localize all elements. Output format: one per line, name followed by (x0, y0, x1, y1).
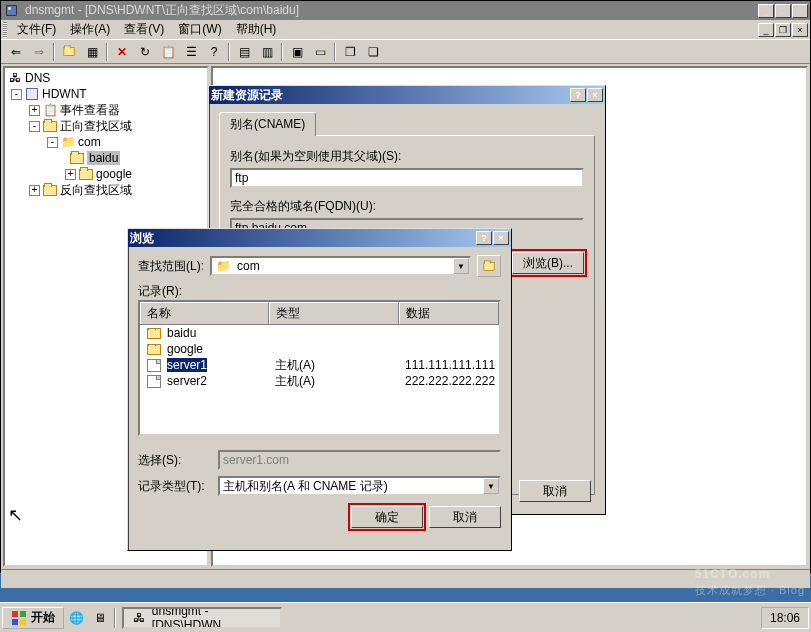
taskbar-task-dnsmgmt[interactable]: 🖧 dnsmgmt - [DNS\HDWN... (122, 607, 282, 629)
cancel-button[interactable]: 取消 (429, 506, 501, 528)
help-button[interactable]: ? (203, 41, 225, 63)
row-name: google (167, 342, 203, 356)
statusbar (1, 569, 810, 588)
select-input (218, 450, 501, 470)
close-button[interactable]: × (792, 4, 808, 18)
minimize-button[interactable]: _ (758, 4, 774, 18)
browse-help-button[interactable]: ? (476, 231, 492, 245)
tree-root[interactable]: DNS (25, 71, 50, 85)
col-name[interactable]: 名称 (140, 302, 269, 324)
child-minimize-button[interactable]: _ (758, 23, 774, 37)
list-item[interactable]: baidu (140, 325, 499, 341)
menu-action[interactable]: 操作(A) (64, 20, 116, 39)
eventlog-icon: 📋 (42, 103, 58, 117)
newrr-cancel-button[interactable]: 取消 (519, 480, 591, 502)
ok-button[interactable]: 确定 (351, 506, 423, 528)
svg-rect-2 (12, 611, 18, 617)
browse-title: 浏览 (130, 230, 154, 247)
menu-view[interactable]: 查看(V) (118, 20, 170, 39)
browse-close-button[interactable]: × (493, 231, 509, 245)
tree-collapse[interactable]: - (11, 89, 22, 100)
tree-collapse[interactable]: - (47, 137, 58, 148)
filter-button[interactable]: ▤ (233, 41, 255, 63)
chevron-down-icon[interactable]: ▼ (453, 258, 469, 274)
tree-com[interactable]: com (78, 135, 101, 149)
props-button[interactable]: ☰ (180, 41, 202, 63)
titlebar[interactable]: dnsmgmt - [DNS\HDWNT\正向查找区域\com\baidu] _… (1, 1, 810, 20)
maximize-button[interactable]: □ (775, 4, 791, 18)
dialog-titlebar[interactable]: 新建资源记录 ? × (209, 86, 605, 104)
row-name: server2 (167, 374, 207, 388)
start-label: 开始 (31, 609, 55, 626)
list-item[interactable]: google (140, 341, 499, 357)
svg-rect-0 (6, 6, 16, 16)
list-item[interactable]: server2主机(A)222.222.222.222 (140, 373, 499, 389)
quicklaunch-ie[interactable]: 🌐 (65, 607, 87, 629)
newwin-button[interactable]: ▣ (286, 41, 308, 63)
tree-server[interactable]: HDWNT (42, 87, 87, 101)
tree-baidu[interactable]: baidu (87, 151, 120, 165)
menu-window[interactable]: 窗口(W) (172, 20, 227, 39)
row-data: 222.222.222.222 (399, 374, 499, 388)
app-icon (3, 4, 19, 18)
export-button[interactable]: 📋 (157, 41, 179, 63)
menu-file[interactable]: 文件(F) (11, 20, 62, 39)
tile-button[interactable]: ▭ (309, 41, 331, 63)
rectype-combo[interactable]: 主机和别名(A 和 CNAME 记录) ▼ (218, 476, 501, 496)
paste-button[interactable]: ❏ (362, 41, 384, 63)
list-item[interactable]: server1主机(A)111.111.111.111 (140, 357, 499, 373)
delete-button[interactable]: ✕ (111, 41, 133, 63)
file-icon (146, 374, 162, 388)
col-data[interactable]: 数据 (399, 302, 499, 324)
browse-dialog: 浏览 ? × 查找范围(L): 📁com ▼ 记录(R): 名称 类型 数据 b… (127, 228, 512, 551)
svg-rect-5 (20, 619, 26, 625)
back-button[interactable]: ⇐ (5, 41, 27, 63)
zone-icon: 📁 (215, 259, 231, 273)
child-close-button[interactable]: × (792, 23, 808, 37)
list-header[interactable]: 名称 类型 数据 (140, 302, 499, 325)
records-list[interactable]: 名称 类型 数据 baidugoogleserver1主机(A)111.111.… (138, 300, 501, 436)
folder-icon (78, 167, 94, 181)
tree-expand[interactable]: + (29, 185, 40, 196)
up-button[interactable] (58, 41, 80, 63)
tree-collapse[interactable]: - (29, 121, 40, 132)
dialog-close-button[interactable]: × (587, 88, 603, 102)
row-data: 111.111.111.111 (399, 358, 499, 372)
taskbar: 开始 🌐 🖥 🖧 dnsmgmt - [DNS\HDWN... 18:06 (0, 602, 811, 632)
alias-input[interactable] (230, 168, 584, 188)
tree-events[interactable]: 事件查看器 (60, 102, 120, 119)
tree-fwdzone[interactable]: 正向查找区域 (60, 118, 132, 135)
server-icon (24, 87, 40, 101)
tree-expand[interactable]: + (65, 169, 76, 180)
dialog-help-button[interactable]: ? (570, 88, 586, 102)
tree-expand[interactable]: + (29, 105, 40, 116)
system-tray[interactable]: 18:06 (761, 607, 809, 629)
browse-titlebar[interactable]: 浏览 ? × (128, 229, 511, 247)
find-button[interactable]: ▥ (256, 41, 278, 63)
copy-button[interactable]: ❐ (339, 41, 361, 63)
tab-cname[interactable]: 别名(CNAME) (219, 112, 316, 136)
tree-google[interactable]: google (96, 167, 132, 181)
alias-label: 别名(如果为空则使用其父域)(S): (230, 148, 584, 165)
col-type[interactable]: 类型 (269, 302, 399, 324)
refresh-button[interactable]: ↻ (134, 41, 156, 63)
forward-button[interactable]: ⇒ (28, 41, 50, 63)
windows-logo-icon (11, 610, 27, 626)
view-button[interactable]: ▦ (81, 41, 103, 63)
child-restore-button[interactable]: ❐ (775, 23, 791, 37)
records-label: 记录(R): (138, 283, 501, 300)
dialog-title: 新建资源记录 (211, 87, 283, 104)
menubar-grip[interactable] (3, 22, 7, 38)
app-icon: 🖧 (132, 611, 146, 625)
start-button[interactable]: 开始 (2, 607, 64, 629)
up-folder-button[interactable] (477, 255, 501, 277)
tree-revzone[interactable]: 反向查找区域 (60, 182, 132, 199)
quicklaunch-desktop[interactable]: 🖥 (89, 607, 111, 629)
clock: 18:06 (770, 611, 800, 625)
chevron-down-icon[interactable]: ▼ (483, 478, 499, 494)
scope-combo[interactable]: 📁com ▼ (210, 256, 471, 276)
svg-rect-1 (8, 7, 10, 9)
menu-help[interactable]: 帮助(H) (230, 20, 283, 39)
fqdn-label: 完全合格的域名(FQDN)(U): (230, 198, 584, 215)
browse-button[interactable]: 浏览(B)... (512, 252, 584, 274)
